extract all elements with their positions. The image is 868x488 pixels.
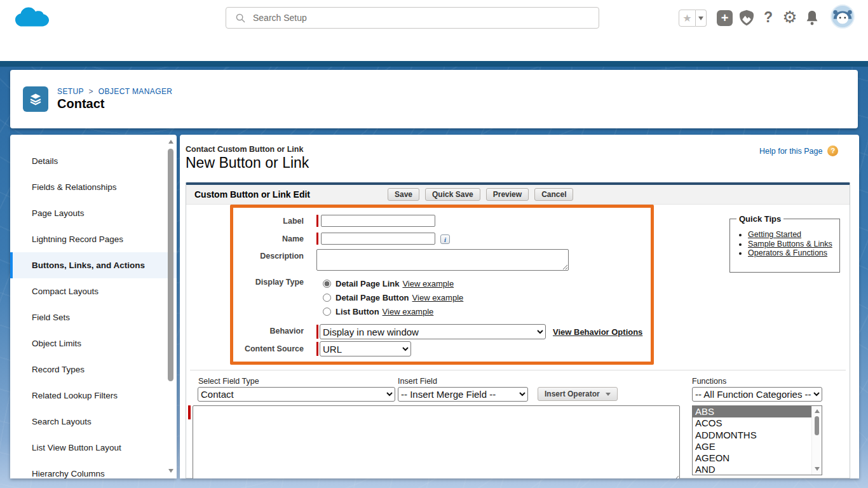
main-content-card: Contact Custom Button or Link New Button… — [180, 135, 859, 478]
scroll-down-icon[interactable] — [815, 467, 820, 471]
behavior-select[interactable]: Display in new window — [320, 324, 546, 339]
sidebar-item-object-limits[interactable]: Object Limits — [10, 330, 177, 356]
custom-button-edit-block: Custom Button or Link Edit Save Quick Sa… — [186, 182, 850, 478]
sidebar-item-list-view-button-layout[interactable]: List View Button Layout — [10, 435, 177, 461]
function-item-acos[interactable]: ACOS — [693, 417, 812, 429]
scroll-up-icon[interactable] — [815, 409, 820, 413]
sidebar-item-hierarchy-columns[interactable]: Hierarchy Columns — [10, 461, 177, 478]
function-item-and[interactable]: AND — [693, 464, 812, 475]
quick-tips-title: Quick Tips — [736, 214, 783, 224]
functions-listbox[interactable]: ABS ACOS ADDMONTHS AGE AGEON AND — [692, 405, 822, 475]
edit-section-header: Custom Button or Link Edit Save Quick Sa… — [186, 185, 850, 205]
cancel-button[interactable]: Cancel — [534, 188, 573, 201]
sidebar-item-page-layouts[interactable]: Page Layouts — [10, 200, 177, 226]
function-item-age[interactable]: AGE — [693, 441, 812, 452]
breadcrumb: SETUP > OBJECT MANAGER — [57, 87, 172, 96]
sidebar-item-fields-relationships[interactable]: Fields & Relationships — [10, 174, 177, 200]
preview-button[interactable]: Preview — [486, 188, 529, 201]
behavior-label: Behavior — [186, 327, 304, 336]
section-divider — [190, 370, 846, 370]
display-type-label: Display Type — [186, 278, 304, 287]
display-type-option-detail-page-button: Detail Page Button View example — [323, 293, 463, 302]
name-field-label: Name — [186, 234, 304, 243]
sidebar-item-search-layouts[interactable]: Search Layouts — [10, 409, 177, 435]
insert-operator-button[interactable]: Insert Operator — [538, 387, 618, 401]
sidebar-item-compact-layouts[interactable]: Compact Layouts — [10, 278, 177, 304]
required-indicator — [316, 342, 318, 356]
view-behavior-options-link[interactable]: View Behavior Options — [553, 327, 642, 337]
help-icon[interactable]: ? — [761, 8, 776, 26]
functions-scrollbar[interactable] — [811, 406, 822, 475]
sidebar-scrollbar-thumb[interactable] — [168, 149, 173, 381]
sidebar-item-field-sets[interactable]: Field Sets — [10, 304, 177, 330]
select-field-type-label: Select Field Type — [198, 377, 259, 386]
radio-list-button[interactable] — [323, 308, 331, 316]
required-indicator — [188, 405, 191, 419]
description-field-label: Description — [186, 252, 304, 261]
function-item-addmonths[interactable]: ADDMONTHS — [693, 430, 812, 441]
save-button[interactable]: Save — [388, 188, 419, 201]
name-field-input[interactable] — [321, 233, 435, 245]
sidebar-item-record-types[interactable]: Record Types — [10, 356, 177, 383]
sidebar-item-related-lookup-filters[interactable]: Related Lookup Filters — [10, 383, 177, 409]
global-search[interactable] — [226, 7, 599, 29]
breadcrumb-setup-link[interactable]: SETUP — [57, 87, 84, 96]
functions-scrollbar-thumb[interactable] — [815, 416, 819, 435]
user-avatar[interactable] — [831, 4, 855, 29]
notifications-bell-icon[interactable] — [804, 10, 820, 26]
content-source-select[interactable]: URL — [320, 341, 411, 356]
quick-tip-operators-functions-link[interactable]: Operators & Functions — [748, 248, 827, 257]
setup-nav-bar: Setup Home Object Manager — [0, 35, 868, 61]
radio-detail-page-button[interactable] — [323, 294, 331, 302]
global-actions-icon[interactable]: + — [717, 10, 733, 26]
salesforce-cloud-logo — [14, 4, 51, 31]
edit-section-body: Label Name i Description Display Type De… — [186, 205, 850, 478]
favorites-star-icon[interactable]: ★ — [679, 10, 696, 27]
function-item-abs[interactable]: ABS — [693, 406, 812, 417]
object-title: Contact — [57, 97, 104, 111]
required-indicator — [316, 215, 318, 227]
required-indicator — [316, 325, 318, 339]
view-example-link[interactable]: View example — [402, 279, 454, 288]
info-icon[interactable]: i — [440, 234, 450, 244]
sidebar-item-buttons-links-actions[interactable]: Buttons, Links, and Actions — [10, 252, 177, 278]
quick-save-button[interactable]: Quick Save — [425, 188, 480, 201]
page-title: New Button or Link — [186, 154, 309, 172]
quick-tip-sample-buttons-link[interactable]: Sample Buttons & Links — [748, 240, 832, 248]
select-field-type-select[interactable]: Contact — [198, 387, 395, 402]
radio-detail-page-link[interactable] — [323, 280, 331, 288]
help-question-icon[interactable]: ? — [827, 146, 838, 156]
breadcrumb-object-manager-link[interactable]: OBJECT MANAGER — [98, 87, 173, 96]
required-indicator — [316, 233, 318, 245]
display-type-option-list-button: List Button View example — [323, 307, 433, 316]
quick-tip-getting-started-link[interactable]: Getting Started — [748, 230, 801, 239]
display-type-option-detail-page-link: Detail Page Link View example — [323, 279, 454, 288]
sidebar-item-lightning-record-pages[interactable]: Lightning Record Pages — [10, 226, 177, 252]
view-example-link[interactable]: View example — [383, 307, 434, 316]
object-manager-icon — [23, 86, 48, 112]
function-category-select[interactable]: -- All Function Categories -- — [692, 387, 822, 402]
sidebar-item-details[interactable]: Details — [10, 148, 177, 174]
help-page-link[interactable]: Help for this Page — [759, 147, 822, 156]
function-item-ageon[interactable]: AGEON — [693, 452, 812, 464]
label-field-input[interactable] — [321, 215, 435, 227]
sidebar-scrollbar[interactable] — [166, 135, 175, 478]
quick-tips-box: Quick Tips Getting Started Sample Button… — [729, 214, 840, 273]
description-field-textarea[interactable] — [316, 249, 569, 271]
favorites-control: ★ — [679, 10, 707, 27]
scroll-down-icon[interactable] — [168, 469, 173, 473]
view-example-link[interactable]: View example — [412, 293, 464, 302]
insert-field-select[interactable]: -- Insert Merge Field -- — [398, 387, 528, 402]
guidance-center-icon[interactable] — [738, 9, 756, 27]
formula-textarea[interactable] — [193, 405, 680, 478]
setup-gear-icon[interactable]: ⚙ — [781, 8, 799, 27]
favorites-dropdown-icon[interactable] — [696, 10, 707, 27]
object-sidebar: Details Fields & Relationships Page Layo… — [10, 135, 177, 478]
help-for-this-page: Help for this Page ? — [759, 146, 838, 156]
content-source-label: Content Source — [186, 344, 304, 353]
dropdown-caret-icon — [606, 393, 611, 396]
edit-action-buttons: Save Quick Save Preview Cancel — [388, 188, 573, 201]
search-input[interactable] — [253, 13, 571, 23]
scroll-up-icon[interactable] — [168, 140, 173, 144]
context-title: Contact Custom Button or Link — [186, 145, 303, 154]
